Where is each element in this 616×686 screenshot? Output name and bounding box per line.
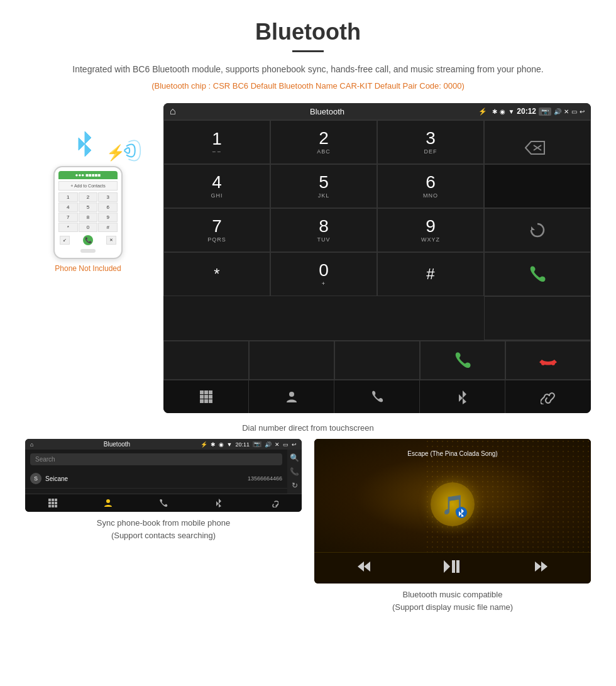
phone-bottom-row: ↙ 📞 ✕ bbox=[58, 234, 118, 246]
svg-rect-13 bbox=[200, 399, 204, 403]
play-pause-button[interactable] bbox=[444, 559, 461, 577]
dial-key-7[interactable]: 7 PQRS bbox=[163, 208, 270, 252]
music-screenshot-item: ⌂ A2DP ⚡ ✱ ◉ ▼ 20:15 📷 🔊 ✕ ▭ ↩ Escape (T… bbox=[314, 439, 591, 613]
dial-key-4[interactable]: 4 GHI bbox=[163, 164, 270, 208]
wifi-icon: ▼ bbox=[508, 108, 514, 115]
phonebook-main: Search S Seicane 13566664466 bbox=[25, 450, 287, 494]
volume-icon: 🔊 bbox=[554, 108, 561, 115]
small-person-button[interactable] bbox=[80, 498, 136, 508]
dialpad-screen: ⌂ Bluetooth ⚡ ✱ ◉ ▼ 20:12 📷 🔊 ✕ ▭ ↩ 1 ∽∽ bbox=[163, 103, 591, 413]
call-side-icon[interactable]: 📞 bbox=[290, 467, 299, 476]
svg-rect-12 bbox=[209, 395, 212, 399]
small-grid-button[interactable] bbox=[25, 498, 80, 508]
svg-rect-7 bbox=[200, 390, 204, 394]
call-red-button[interactable] bbox=[505, 341, 591, 380]
phone-not-included-label: Phone Not Included bbox=[55, 264, 121, 273]
phone-home-button bbox=[80, 249, 96, 253]
phonebook-title: Bluetooth bbox=[36, 441, 197, 448]
dial-key-0[interactable]: 0 + bbox=[270, 252, 377, 296]
phonebook-status-bar: ⌂ Bluetooth ⚡ ✱ ◉ ▼ 20:11 📷 🔊 ✕ ▭ ↩ bbox=[25, 439, 302, 450]
svg-marker-28 bbox=[444, 560, 450, 573]
music-controls bbox=[314, 552, 591, 584]
dial-key-call-green[interactable] bbox=[484, 252, 591, 296]
phonebook-loc-icon: ◉ bbox=[219, 441, 224, 448]
small-grid-icon bbox=[48, 499, 57, 507]
contact-number: 13566664466 bbox=[248, 475, 282, 482]
phonebook-search-placeholder: Search bbox=[35, 456, 55, 463]
svg-rect-15 bbox=[209, 399, 212, 403]
status-icons: ✱ ◉ ▼ 20:12 📷 🔊 ✕ ▭ ↩ bbox=[492, 107, 585, 116]
close-icon: ✕ bbox=[564, 108, 569, 115]
refresh-icon bbox=[529, 221, 546, 239]
music-album-art: 🎵 bbox=[431, 482, 475, 526]
title-underline bbox=[292, 50, 324, 52]
svg-rect-18 bbox=[52, 499, 54, 501]
call-row-empty bbox=[163, 341, 249, 380]
small-link-button[interactable] bbox=[246, 498, 302, 508]
phone-call-button: 📞 bbox=[83, 235, 93, 245]
svg-marker-31 bbox=[535, 562, 547, 572]
link-icon bbox=[541, 389, 556, 404]
svg-point-5 bbox=[541, 362, 545, 365]
dial-key-1[interactable]: 1 ∽∽ bbox=[163, 120, 270, 164]
dial-key-2[interactable]: 2 ABC bbox=[270, 120, 377, 164]
svg-rect-11 bbox=[204, 395, 208, 399]
dial-key-refresh[interactable] bbox=[484, 208, 591, 252]
svg-rect-17 bbox=[48, 499, 51, 501]
search-side-icon[interactable]: 🔍 bbox=[290, 453, 299, 462]
svg-rect-19 bbox=[55, 499, 57, 501]
phonebook-caption-line1: Sync phone-book from mobile phone bbox=[97, 518, 230, 528]
next-button[interactable] bbox=[534, 559, 549, 577]
phone-dialpad-mini: 123 456 789 *0# bbox=[58, 192, 118, 232]
dial-key-hash[interactable]: # bbox=[377, 252, 484, 296]
small-link-icon bbox=[270, 499, 278, 507]
phone-wrapper: ⚡ ●●● ■■■■■ + Add to Contacts 123 456 78… bbox=[53, 128, 123, 259]
screen-title: Bluetooth bbox=[181, 107, 474, 116]
phonebook-wifi-icon: ▼ bbox=[227, 441, 233, 448]
music-caption: Bluetooth music compatible (Support disp… bbox=[392, 589, 513, 613]
bottom-phone-button[interactable] bbox=[334, 380, 420, 413]
call-green-button[interactable] bbox=[420, 341, 505, 380]
svg-point-6 bbox=[551, 362, 555, 365]
svg-rect-14 bbox=[204, 399, 208, 403]
svg-rect-29 bbox=[452, 560, 455, 573]
phonebook-search-bar[interactable]: Search bbox=[30, 453, 282, 465]
music-caption-line1: Bluetooth music compatible bbox=[403, 590, 503, 599]
red-call-icon bbox=[538, 353, 558, 367]
svg-point-16 bbox=[289, 392, 294, 397]
phonebook-vol-icon: 🔊 bbox=[265, 441, 272, 448]
prev-button[interactable] bbox=[356, 559, 371, 577]
refresh-side-icon[interactable]: ↻ bbox=[292, 481, 298, 490]
contact-row[interactable]: S Seicane 13566664466 bbox=[25, 469, 287, 489]
dial-key-5[interactable]: 5 JKL bbox=[270, 164, 377, 208]
contact-name: Seicane bbox=[45, 475, 248, 482]
contact-letter: S bbox=[30, 473, 41, 484]
dial-key-8[interactable]: 8 TUV bbox=[270, 208, 377, 252]
phone-mockup: ●●● ■■■■■ + Add to Contacts 123 456 789 … bbox=[53, 166, 123, 259]
main-content-area: ⚡ ●●● ■■■■■ + Add to Contacts 123 456 78… bbox=[25, 103, 591, 413]
dial-key-star[interactable]: * bbox=[163, 252, 270, 296]
bottom-link-button[interactable] bbox=[505, 380, 591, 413]
bottom-bluetooth-button[interactable] bbox=[420, 380, 505, 413]
phonebook-caption-line2: (Support contacts searching) bbox=[111, 531, 216, 540]
music-bg: Escape (The Pina Colada Song) 🎵 bbox=[314, 439, 591, 552]
dial-key-empty-r2 bbox=[484, 164, 591, 208]
call-row-empty2 bbox=[249, 341, 334, 380]
dial-key-call-red[interactable] bbox=[484, 296, 591, 340]
phonebook-camera-icon: 📷 bbox=[253, 441, 261, 447]
bottom-contacts-button[interactable] bbox=[249, 380, 334, 413]
bottom-dialpad-button[interactable] bbox=[163, 380, 249, 413]
music-screen: ⌂ A2DP ⚡ ✱ ◉ ▼ 20:15 📷 🔊 ✕ ▭ ↩ Escape (T… bbox=[314, 439, 591, 584]
album-bt-icon bbox=[458, 508, 465, 517]
dial-key-3[interactable]: 3 DEF bbox=[377, 120, 484, 164]
dial-key-backspace[interactable] bbox=[484, 120, 591, 164]
backspace-icon bbox=[525, 141, 545, 155]
small-phone-button[interactable] bbox=[136, 498, 191, 508]
phone-section: ⚡ ●●● ■■■■■ + Add to Contacts 123 456 78… bbox=[25, 103, 151, 273]
phonebook-back-icon: ↩ bbox=[292, 441, 297, 448]
dial-key-9[interactable]: 9 WXYZ bbox=[377, 208, 484, 252]
phonebook-screenshot-item: ⌂ Bluetooth ⚡ ✱ ◉ ▼ 20:11 📷 🔊 ✕ ▭ ↩ Sear… bbox=[25, 439, 302, 613]
small-bluetooth-button[interactable] bbox=[191, 498, 246, 508]
dial-key-6[interactable]: 6 MNO bbox=[377, 164, 484, 208]
dial-caption: Dial number direct from touchscreen bbox=[25, 423, 591, 433]
